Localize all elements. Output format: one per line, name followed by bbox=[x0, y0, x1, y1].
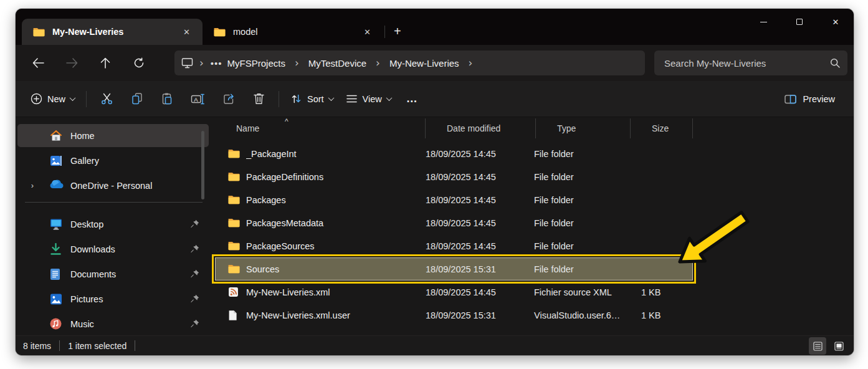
sidebar-scrollbar[interactable] bbox=[201, 131, 204, 199]
cell-type: VisualStudio.user.6… bbox=[529, 310, 624, 320]
cell-name: PackageSources bbox=[246, 241, 422, 251]
tabs-container: My-New-Liveries✕model✕ bbox=[22, 19, 383, 45]
breadcrumb-segment[interactable]: MyFSProjects bbox=[224, 56, 289, 70]
maximize-button[interactable] bbox=[781, 9, 818, 34]
sidebar-item-music[interactable]: Music bbox=[17, 312, 209, 335]
delete-button[interactable] bbox=[244, 87, 274, 110]
sidebar-item-documents[interactable]: Documents bbox=[17, 262, 209, 285]
close-button[interactable]: ✕ bbox=[818, 9, 854, 34]
sidebar: HomeGallery›OneDrive - Personal DesktopD… bbox=[16, 117, 212, 335]
up-button[interactable] bbox=[93, 52, 118, 74]
status-separator bbox=[135, 340, 135, 351]
sort-button[interactable]: Sort bbox=[284, 88, 340, 110]
sidebar-item-label: Pictures bbox=[70, 294, 190, 304]
status-bar: 8 items 1 item selected bbox=[16, 335, 854, 355]
forward-button[interactable] bbox=[59, 52, 84, 74]
breadcrumb-chevron[interactable]: › bbox=[295, 57, 299, 69]
rename-button[interactable]: A bbox=[182, 88, 214, 110]
breadcrumb-chevron[interactable]: › bbox=[376, 57, 380, 69]
file-row-My-New-Liveries.xml[interactable]: My-New-Liveries.xml18/09/2025 14:45Fichi… bbox=[215, 280, 693, 304]
cell-name: My-New-Liveries.xml.user bbox=[246, 310, 422, 320]
pin-icon bbox=[190, 294, 200, 304]
search-icon[interactable] bbox=[830, 58, 840, 68]
cell-type: File folder bbox=[529, 172, 624, 182]
pin-icon bbox=[190, 219, 200, 229]
breadcrumb-ellipsis[interactable]: ••• bbox=[211, 58, 222, 69]
details-view-button[interactable] bbox=[809, 337, 826, 355]
folder-icon bbox=[228, 218, 240, 228]
tab-My-New-Liveries[interactable]: My-New-Liveries✕ bbox=[22, 19, 203, 45]
new-tab-button[interactable]: + bbox=[389, 24, 409, 45]
tab-close-icon[interactable]: ✕ bbox=[359, 25, 376, 39]
sidebar-item-pictures[interactable]: Pictures bbox=[17, 287, 209, 310]
downloads-icon bbox=[50, 243, 62, 256]
navigation-bar: › ••• MyFSProjects›MyTestDevice›My-New-L… bbox=[16, 45, 854, 81]
cell-date: 18/09/2025 14:45 bbox=[422, 172, 529, 182]
selection-status: 1 item selected bbox=[68, 341, 126, 351]
breadcrumb[interactable]: › ••• MyFSProjects›MyTestDevice›My-New-L… bbox=[174, 50, 645, 75]
sidebar-item-onedrive-personal[interactable]: ›OneDrive - Personal bbox=[17, 174, 209, 197]
up-icon bbox=[102, 59, 110, 69]
large-icons-view-button[interactable] bbox=[830, 337, 847, 355]
xml-icon bbox=[228, 287, 240, 297]
file-row-_PackageInt[interactable]: _PackageInt18/09/2025 14:45File folder bbox=[215, 142, 693, 165]
tab-close-icon[interactable]: ✕ bbox=[178, 25, 195, 39]
more-options-button[interactable]: … bbox=[398, 87, 427, 110]
column-header-size[interactable]: Size bbox=[631, 118, 693, 138]
file-rows: _PackageInt18/09/2025 14:45File folderPa… bbox=[215, 142, 854, 327]
paste-button[interactable] bbox=[152, 87, 182, 110]
view-button[interactable]: View bbox=[340, 89, 398, 109]
copy-button[interactable] bbox=[122, 87, 152, 110]
breadcrumb-segment[interactable]: My-New-Liveries bbox=[386, 56, 463, 70]
breadcrumb-segment[interactable]: MyTestDevice bbox=[305, 56, 370, 70]
view-button-label: View bbox=[363, 94, 382, 104]
preview-button[interactable]: Preview bbox=[778, 88, 841, 110]
file-row-PackageDefinitions[interactable]: PackageDefinitions18/09/2025 14:45File f… bbox=[215, 165, 693, 188]
chevron-down-icon bbox=[386, 95, 392, 101]
copy-icon bbox=[131, 92, 143, 105]
folder-icon bbox=[33, 27, 45, 37]
onedrive-icon bbox=[50, 180, 62, 192]
cell-type: Fichier source XML bbox=[529, 287, 624, 297]
new-button[interactable]: New bbox=[24, 88, 81, 110]
cut-button[interactable] bbox=[92, 87, 122, 110]
search-input[interactable]: Search My-New-Liveries bbox=[664, 58, 830, 69]
minimize-icon bbox=[760, 22, 767, 22]
minimize-button[interactable] bbox=[745, 9, 781, 34]
breadcrumb-chevron[interactable]: › bbox=[469, 57, 473, 69]
expander-chevron-icon[interactable]: › bbox=[26, 181, 39, 190]
cell-name: Packages bbox=[246, 195, 422, 205]
back-button[interactable] bbox=[26, 52, 50, 74]
sidebar-item-gallery[interactable]: Gallery bbox=[17, 149, 209, 172]
sidebar-item-label: Music bbox=[70, 319, 190, 329]
gallery-icon bbox=[50, 155, 62, 167]
file-row-PackagesMetadata[interactable]: PackagesMetadata18/09/2025 14:45File fol… bbox=[215, 211, 693, 234]
cell-type: File folder bbox=[529, 264, 624, 274]
file-row-Sources[interactable]: Sources18/09/2025 15:31File folder bbox=[215, 257, 693, 280]
sidebar-item-downloads[interactable]: Downloads bbox=[17, 237, 209, 261]
list-header: ^ NameDate modifiedTypeSize bbox=[215, 118, 854, 138]
sort-ascending-icon[interactable]: ^ bbox=[285, 117, 289, 126]
column-header-name[interactable]: Name bbox=[215, 118, 426, 138]
cell-date: 18/09/2025 15:31 bbox=[422, 310, 529, 320]
breadcrumb-chevron: › bbox=[199, 57, 204, 69]
file-row-PackageSources[interactable]: PackageSources18/09/2025 14:45File folde… bbox=[215, 234, 693, 257]
sidebar-item-desktop[interactable]: Desktop bbox=[17, 213, 209, 236]
tab-bar: My-New-Liveries✕model✕ + ✕ bbox=[16, 9, 854, 45]
cell-size: 1 KB bbox=[624, 287, 680, 297]
forward-icon bbox=[67, 59, 77, 67]
sidebar-item-home[interactable]: Home bbox=[17, 124, 209, 147]
refresh-button[interactable] bbox=[126, 52, 151, 74]
file-row-Packages[interactable]: Packages18/09/2025 14:45File folder bbox=[215, 188, 693, 211]
column-header-date-modified[interactable]: Date modified bbox=[426, 118, 536, 138]
file-row-My-New-Liveries.xml.user[interactable]: My-New-Liveries.xml.user18/09/2025 15:31… bbox=[215, 304, 693, 327]
maximize-icon bbox=[796, 19, 803, 25]
search-box[interactable]: Search My-New-Liveries bbox=[654, 50, 847, 75]
tab-model[interactable]: model✕ bbox=[203, 19, 383, 45]
sidebar-pinned-group: DesktopDownloadsDocumentsPicturesMusic bbox=[16, 213, 212, 335]
desktop-icon bbox=[50, 218, 62, 231]
column-header-type[interactable]: Type bbox=[536, 118, 631, 138]
share-button[interactable] bbox=[214, 87, 244, 110]
pin-icon bbox=[190, 244, 200, 254]
sidebar-item-label: Desktop bbox=[70, 219, 190, 229]
